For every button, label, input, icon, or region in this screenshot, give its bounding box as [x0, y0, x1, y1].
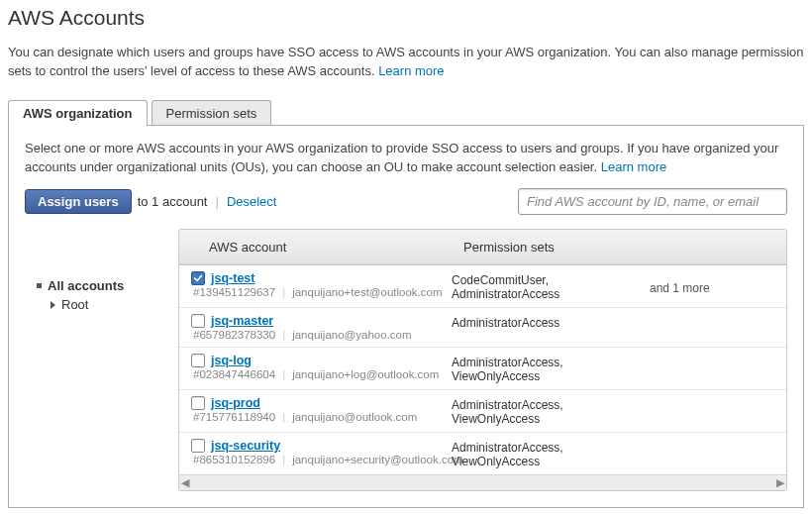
- row-checkbox[interactable]: [191, 314, 205, 328]
- cell-more: [650, 396, 774, 406]
- account-email: janquijano@yahoo.com: [292, 329, 411, 341]
- row-checkbox[interactable]: [191, 354, 205, 367]
- account-email: janquijano+log@outlook.com: [292, 368, 439, 380]
- cell-permission-sets: AdministratorAccess, ViewOnlyAccess: [452, 439, 650, 468]
- account-subline: #023847446604|janquijano+log@outlook.com: [191, 368, 452, 380]
- tree-node-root[interactable]: Root: [37, 295, 170, 314]
- account-name-link[interactable]: jsq-master: [211, 314, 273, 328]
- caret-right-icon: [51, 301, 55, 309]
- col-header-psets: Permission sets: [452, 230, 786, 264]
- panel-description: Select one or more AWS accounts in your …: [25, 140, 787, 177]
- tab-bar: AWS organization Permission sets: [8, 99, 804, 125]
- table-row[interactable]: jsq-test#139451129637|janquijano+test@ou…: [179, 265, 786, 308]
- account-name-link[interactable]: jsq-log: [211, 354, 252, 367]
- account-subline: #657982378330|janquijano@yahoo.com: [191, 329, 452, 341]
- panel-learn-more-link[interactable]: Learn more: [601, 159, 666, 174]
- cell-permission-sets: AdministratorAccess: [452, 314, 650, 330]
- learn-more-link[interactable]: Learn more: [378, 63, 444, 78]
- scroll-left-icon[interactable]: ◀: [181, 476, 189, 489]
- deselect-link[interactable]: Deselect: [227, 194, 277, 209]
- account-subline: #865310152896|janquijano+security@outloo…: [191, 454, 452, 465]
- tab-aws-organization[interactable]: AWS organization: [8, 100, 148, 126]
- account-name-link[interactable]: jsq-security: [211, 439, 280, 453]
- account-top: jsq-test: [191, 271, 452, 285]
- divider: |: [282, 411, 285, 423]
- row-checkbox[interactable]: [191, 439, 205, 453]
- account-top: jsq-master: [191, 314, 452, 328]
- assign-users-button[interactable]: Assign users: [25, 189, 132, 214]
- table-header: AWS account Permission sets: [179, 230, 786, 265]
- account-top: jsq-log: [191, 354, 452, 367]
- table-row[interactable]: jsq-log#023847446604|janquijano+log@outl…: [179, 348, 786, 390]
- account-email: janquijano+test@outlook.com: [292, 286, 442, 298]
- cell-permission-sets: AdministratorAccess, ViewOnlyAccess: [452, 396, 650, 426]
- assign-users-count: to 1 account: [138, 194, 208, 209]
- cell-permission-sets: AdministratorAccess, ViewOnlyAccess: [452, 354, 650, 383]
- table-row[interactable]: jsq-master#657982378330|janquijano@yahoo…: [179, 308, 786, 348]
- tree-node-all-accounts[interactable]: All accounts: [37, 276, 170, 295]
- content-row: All accounts Root AWS account Permission…: [25, 229, 787, 491]
- account-subline: #715776118940|janquijano@outlook.com: [191, 411, 452, 423]
- account-id: #715776118940: [193, 411, 275, 423]
- action-bar: Assign users to 1 account | Deselect: [25, 188, 787, 215]
- account-name-link[interactable]: jsq-test: [211, 271, 254, 285]
- cell-account: jsq-master#657982378330|janquijano@yahoo…: [191, 314, 452, 341]
- page-title: AWS Accounts: [8, 6, 804, 30]
- table-row[interactable]: jsq-prod#715776118940|janquijano@outlook…: [179, 390, 786, 433]
- tree-node-label: Root: [61, 297, 88, 312]
- cell-more: [650, 439, 774, 449]
- panel-aws-organization: Select one or more AWS accounts in your …: [8, 125, 804, 509]
- account-id: #139451129637: [193, 286, 275, 298]
- table-row[interactable]: jsq-security#865310152896|janquijano+sec…: [179, 433, 786, 474]
- cell-account: jsq-prod#715776118940|janquijano@outlook…: [191, 396, 452, 423]
- cell-more: [650, 314, 774, 324]
- tab-permission-sets[interactable]: Permission sets: [152, 100, 272, 126]
- cell-account: jsq-test#139451129637|janquijano+test@ou…: [191, 271, 452, 298]
- horizontal-scrollbar[interactable]: ◀ ▶: [179, 474, 786, 490]
- accounts-table: AWS account Permission sets jsq-test#139…: [178, 229, 787, 491]
- cell-more: [650, 354, 774, 363]
- account-email: janquijano+security@outlook.com: [292, 454, 462, 465]
- account-subline: #139451129637|janquijano+test@outlook.co…: [191, 286, 452, 298]
- divider: |: [215, 194, 218, 209]
- ou-tree: All accounts Root: [25, 229, 178, 491]
- cell-account: jsq-log#023847446604|janquijano+log@outl…: [191, 354, 452, 380]
- account-top: jsq-prod: [191, 396, 452, 410]
- divider: |: [282, 286, 285, 298]
- account-name-link[interactable]: jsq-prod: [211, 396, 260, 410]
- account-id: #023847446604: [193, 368, 275, 380]
- divider: |: [282, 329, 285, 341]
- bullet-icon: [37, 283, 42, 288]
- row-checkbox[interactable]: [191, 271, 205, 285]
- cell-more: and 1 more: [650, 271, 774, 295]
- search-input[interactable]: [518, 188, 787, 215]
- scroll-right-icon[interactable]: ▶: [776, 476, 784, 489]
- divider: |: [282, 368, 285, 380]
- divider: |: [282, 454, 285, 465]
- cell-account: jsq-security#865310152896|janquijano+sec…: [191, 439, 452, 465]
- cell-permission-sets: CodeCommitUser, AdministratorAccess: [452, 271, 650, 301]
- table-body: jsq-test#139451129637|janquijano+test@ou…: [179, 265, 786, 474]
- tree-node-label: All accounts: [48, 278, 124, 293]
- account-id: #865310152896: [193, 454, 275, 465]
- account-top: jsq-security: [191, 439, 452, 453]
- col-header-account: AWS account: [179, 230, 452, 264]
- account-email: janquijano@outlook.com: [292, 411, 417, 423]
- page-intro: You can designate which users and groups…: [8, 44, 804, 81]
- row-checkbox[interactable]: [191, 396, 205, 410]
- account-id: #657982378330: [193, 329, 275, 341]
